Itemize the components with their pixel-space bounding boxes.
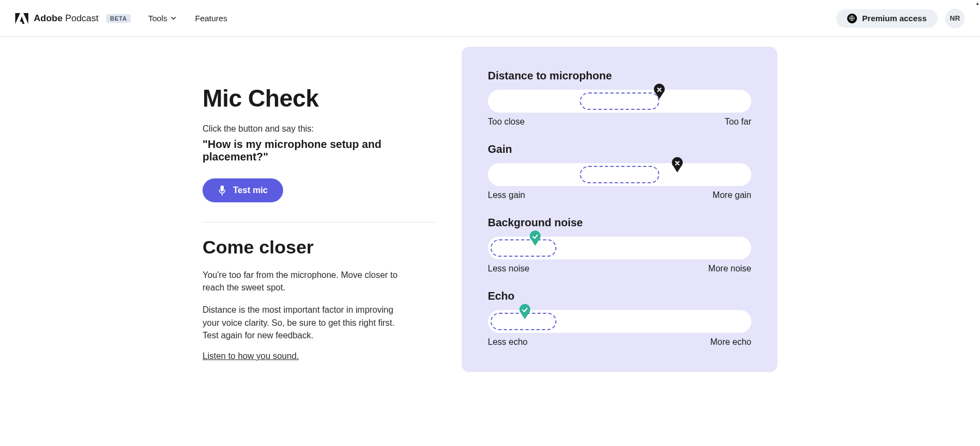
top-nav: Tools Features [148, 14, 227, 23]
nav-tools[interactable]: Tools [148, 14, 176, 23]
label-right-distance: Too far [725, 117, 751, 127]
label-right-gain: More gain [713, 190, 751, 200]
chevron-down-icon [170, 15, 176, 21]
range-labels-echo: Less echoMore echo [488, 337, 751, 347]
label-left-echo: Less echo [488, 337, 528, 347]
svg-point-5 [531, 232, 540, 241]
metric-bar-noise [488, 237, 751, 259]
test-mic-button[interactable]: Test mic [203, 178, 283, 202]
adobe-logo-icon [15, 12, 28, 25]
metrics-card: Distance to microphoneToo closeToo farGa… [462, 47, 777, 372]
target-zone-noise [491, 239, 556, 257]
metric-gain: GainLess gainMore gain [488, 143, 751, 200]
nav-tools-label: Tools [148, 14, 167, 23]
scrollbar-up-caret[interactable]: ▴ [976, 0, 979, 6]
metric-title-gain: Gain [488, 143, 751, 156]
brand-logo-link[interactable]: Adobe Podcast BETA [15, 12, 131, 25]
metric-title-noise: Background noise [488, 216, 751, 229]
advice-para-2: Distance is the most important factor in… [203, 303, 409, 342]
target-zone-gain [580, 166, 659, 183]
listen-link[interactable]: Listen to how you sound. [203, 351, 299, 361]
range-labels-noise: Less noiseMore noise [488, 264, 751, 274]
target-zone-distance [580, 92, 659, 110]
advice-heading: Come closer [203, 237, 436, 258]
label-left-noise: Less noise [488, 264, 530, 274]
metric-bar-gain [488, 163, 751, 186]
metric-title-echo: Echo [488, 290, 751, 302]
brand-name-bold: Adobe [34, 13, 63, 23]
metric-bar-echo [488, 310, 751, 333]
microphone-icon [218, 185, 226, 196]
metric-track-gain [488, 163, 751, 186]
premium-icon [847, 14, 857, 23]
range-labels-distance: Too closeToo far [488, 117, 751, 127]
marker-gain [671, 157, 684, 173]
page-title: Mic Check [203, 85, 436, 112]
svg-point-6 [520, 306, 529, 314]
marker-distance [653, 83, 666, 100]
beta-badge: BETA [106, 14, 131, 23]
user-avatar[interactable]: NR [945, 9, 965, 28]
premium-access-button[interactable]: Premium access [836, 9, 938, 28]
test-mic-label: Test mic [233, 185, 268, 195]
metric-echo: EchoLess echoMore echo [488, 290, 751, 347]
marker-echo [518, 303, 531, 320]
premium-label: Premium access [862, 14, 927, 23]
nav-features[interactable]: Features [195, 14, 227, 23]
metric-bar-distance [488, 90, 751, 113]
main-content: Mic Check Click the button and say this:… [0, 37, 980, 394]
avatar-initials: NR [950, 14, 960, 22]
app-header: Adobe Podcast BETA Tools Features Premiu… [0, 0, 980, 37]
advice-para-1: You're too far from the microphone. Move… [203, 269, 409, 294]
sample-phrase: "How is my microphone setup and placemen… [203, 138, 436, 163]
metric-title-distance: Distance to microphone [488, 70, 751, 82]
label-left-distance: Too close [488, 117, 525, 127]
nav-features-label: Features [195, 14, 227, 23]
brand-name-regular: Podcast [65, 13, 99, 23]
label-right-noise: More noise [708, 264, 751, 274]
label-right-echo: More echo [710, 337, 751, 347]
divider [203, 222, 436, 222]
left-column: Mic Check Click the button and say this:… [203, 47, 436, 372]
instruction-text: Click the button and say this: [203, 124, 436, 134]
metric-track-distance [488, 90, 751, 113]
metric-noise: Background noiseLess noiseMore noise [488, 216, 751, 274]
range-labels-gain: Less gainMore gain [488, 190, 751, 200]
svg-rect-1 [220, 185, 224, 191]
metric-track-noise [488, 237, 751, 259]
metric-distance: Distance to microphoneToo closeToo far [488, 70, 751, 127]
label-left-gain: Less gain [488, 190, 525, 200]
marker-noise [529, 230, 542, 246]
